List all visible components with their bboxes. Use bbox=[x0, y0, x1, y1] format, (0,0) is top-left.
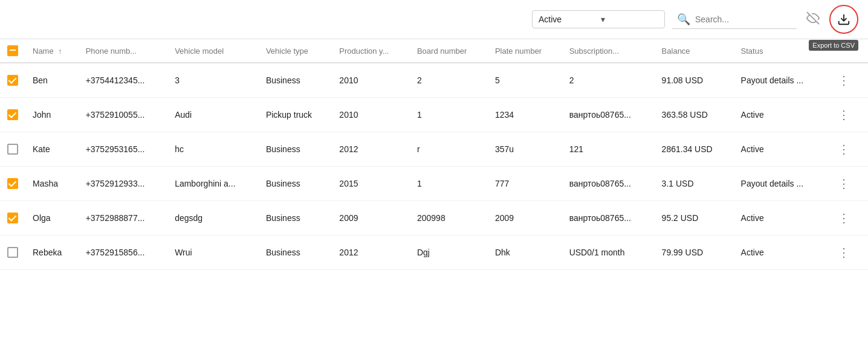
row-subscription: ванртоь08765... bbox=[562, 201, 655, 235]
select-all-header[interactable] bbox=[0, 39, 25, 63]
row-name: Masha bbox=[25, 167, 79, 201]
table-row: John+3752910055...AudiPickup truck201011… bbox=[0, 98, 868, 132]
row-status: Payout details ... bbox=[734, 63, 828, 98]
row-name: Olga bbox=[25, 201, 79, 235]
row-vehicle-model: degsdg bbox=[167, 201, 259, 235]
row-balance: 363.58 USD bbox=[655, 98, 734, 132]
row-vehicle-model: hc bbox=[167, 132, 259, 167]
row-board-number: 200998 bbox=[410, 201, 488, 235]
row-balance: 3.1 USD bbox=[655, 167, 734, 201]
row-name: Kate bbox=[25, 132, 79, 167]
table-row: Ben+3754412345...3Business201025291.08 U… bbox=[0, 63, 868, 98]
visibility-toggle-button[interactable] bbox=[804, 9, 822, 30]
table-row: Masha+3752912933...Lamborghini a...Busin… bbox=[0, 167, 868, 201]
col-header-vehicle-model: Vehicle model bbox=[167, 39, 259, 63]
row-actions-cell[interactable]: ⋮ bbox=[827, 201, 868, 235]
col-header-name: Name ↑ bbox=[25, 39, 79, 63]
export-button-wrapper: Export to CSV bbox=[829, 5, 858, 34]
row-plate-number: Dhk bbox=[488, 235, 562, 270]
search-icon: 🔍 bbox=[677, 13, 690, 26]
row-checkbox-cell[interactable] bbox=[0, 167, 25, 201]
row-production-year: 2009 bbox=[332, 201, 410, 235]
row-status: Active bbox=[734, 201, 828, 235]
row-phone: +3752988877... bbox=[79, 201, 168, 235]
filter-label: Active bbox=[539, 14, 596, 24]
row-name: John bbox=[25, 98, 79, 132]
row-actions-cell[interactable]: ⋮ bbox=[827, 63, 868, 98]
toolbar: Active ▾ 🔍 Export to CSV bbox=[0, 0, 868, 39]
col-header-balance: Balance bbox=[655, 39, 734, 63]
row-balance: 95.2 USD bbox=[655, 201, 734, 235]
row-checkbox[interactable] bbox=[7, 109, 18, 120]
col-header-production-year: Production y... bbox=[332, 39, 410, 63]
row-plate-number: 5 bbox=[488, 63, 562, 98]
more-actions-button[interactable]: ⋮ bbox=[834, 210, 853, 226]
row-actions-cell[interactable]: ⋮ bbox=[827, 235, 868, 270]
row-plate-number: 777 bbox=[488, 167, 562, 201]
row-checkbox-cell[interactable] bbox=[0, 132, 25, 167]
col-header-phone: Phone numb... bbox=[79, 39, 168, 63]
search-input[interactable] bbox=[695, 14, 792, 24]
row-production-year: 2010 bbox=[332, 63, 410, 98]
row-status: Active bbox=[734, 235, 828, 270]
more-actions-button[interactable]: ⋮ bbox=[834, 244, 853, 261]
more-actions-button[interactable]: ⋮ bbox=[834, 141, 853, 158]
row-checkbox-cell[interactable] bbox=[0, 98, 25, 132]
row-status: Active bbox=[734, 132, 828, 167]
row-balance: 79.99 USD bbox=[655, 235, 734, 270]
export-csv-button[interactable] bbox=[829, 5, 858, 34]
row-production-year: 2012 bbox=[332, 132, 410, 167]
row-production-year: 2015 bbox=[332, 167, 410, 201]
more-actions-button[interactable]: ⋮ bbox=[834, 72, 853, 89]
row-phone: +3754412345... bbox=[79, 63, 168, 98]
row-vehicle-model: Audi bbox=[167, 98, 259, 132]
row-production-year: 2012 bbox=[332, 235, 410, 270]
row-phone: +3752953165... bbox=[79, 132, 168, 167]
col-header-board-number: Board number bbox=[410, 39, 488, 63]
row-checkbox[interactable] bbox=[7, 144, 18, 155]
table-header-row: Name ↑ Phone numb... Vehicle model Vehic… bbox=[0, 39, 868, 63]
row-vehicle-type: Business bbox=[259, 235, 332, 270]
row-vehicle-type: Business bbox=[259, 63, 332, 98]
row-vehicle-type: Business bbox=[259, 132, 332, 167]
row-subscription: ванртоь08765... bbox=[562, 98, 655, 132]
row-checkbox-cell[interactable] bbox=[0, 201, 25, 235]
row-status: Active bbox=[734, 98, 828, 132]
row-vehicle-model: Wrui bbox=[167, 235, 259, 270]
row-vehicle-type: Pickup truck bbox=[259, 98, 332, 132]
col-header-plate-number: Plate number bbox=[488, 39, 562, 63]
select-all-checkbox[interactable] bbox=[7, 45, 18, 56]
row-board-number: 2 bbox=[410, 63, 488, 98]
row-checkbox[interactable] bbox=[7, 178, 18, 189]
row-phone: +3752910055... bbox=[79, 98, 168, 132]
eye-off-icon bbox=[806, 11, 820, 25]
row-phone: +3752915856... bbox=[79, 235, 168, 270]
table-row: Kate+3752953165...hcBusiness2012r357u121… bbox=[0, 132, 868, 167]
table-row: Olga+3752988877...degsdgBusiness20092009… bbox=[0, 201, 868, 235]
row-checkbox-cell[interactable] bbox=[0, 63, 25, 98]
search-box: 🔍 bbox=[672, 10, 797, 29]
chevron-down-icon: ▾ bbox=[601, 14, 658, 24]
row-subscription: 121 bbox=[562, 132, 655, 167]
row-checkbox-cell[interactable] bbox=[0, 235, 25, 270]
row-subscription: USD0/1 month bbox=[562, 235, 655, 270]
more-actions-button[interactable]: ⋮ bbox=[834, 106, 853, 123]
row-board-number: r bbox=[410, 132, 488, 167]
row-actions-cell[interactable]: ⋮ bbox=[827, 132, 868, 167]
filter-dropdown[interactable]: Active ▾ bbox=[532, 10, 665, 28]
export-tooltip: Export to CSV bbox=[809, 40, 858, 51]
row-checkbox[interactable] bbox=[7, 213, 18, 223]
row-actions-cell[interactable]: ⋮ bbox=[827, 167, 868, 201]
row-board-number: 1 bbox=[410, 167, 488, 201]
row-board-number: Dgj bbox=[410, 235, 488, 270]
col-header-vehicle-type: Vehicle type bbox=[259, 39, 332, 63]
row-checkbox[interactable] bbox=[7, 247, 18, 258]
row-checkbox[interactable] bbox=[7, 75, 18, 86]
row-phone: +3752912933... bbox=[79, 167, 168, 201]
row-balance: 91.08 USD bbox=[655, 63, 734, 98]
row-actions-cell[interactable]: ⋮ bbox=[827, 98, 868, 132]
row-subscription: 2 bbox=[562, 63, 655, 98]
row-production-year: 2010 bbox=[332, 98, 410, 132]
more-actions-button[interactable]: ⋮ bbox=[834, 175, 853, 192]
row-plate-number: 357u bbox=[488, 132, 562, 167]
